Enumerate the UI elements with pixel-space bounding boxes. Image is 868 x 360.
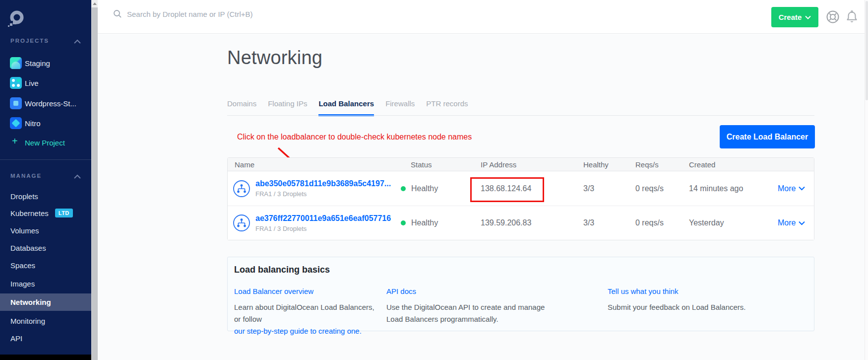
new-project-label: New Project — [25, 139, 65, 147]
healthy-status-dot — [401, 186, 406, 191]
sidebar-item-label: Kubernetes — [10, 209, 49, 217]
sidebar-item-api[interactable]: API — [0, 330, 91, 346]
sidebar-item-images[interactable]: Images — [0, 276, 91, 291]
load-balancer-table: Name Status IP Address Healthy Reqs/s Cr… — [227, 157, 814, 240]
load-balancer-icon — [233, 180, 250, 198]
annotation-text: Click on the loadbalancer to double-chec… — [237, 133, 472, 142]
column-header-ip: IP Address — [481, 160, 582, 169]
create-load-balancer-button[interactable]: Create Load Balancer — [720, 125, 815, 148]
sidebar-item-databases[interactable]: Databases — [0, 240, 91, 256]
sidebar-item-networking[interactable]: Networking — [0, 293, 91, 311]
sidebar: PROJECTS Staging Live Wordpress-St... Ni… — [0, 0, 91, 360]
help-lifebuoy-icon[interactable] — [826, 10, 840, 24]
sidebar-item-label: Databases — [10, 244, 46, 252]
tab-domains[interactable]: Domains — [227, 99, 256, 116]
sidebar-item-spaces[interactable]: Spaces — [0, 257, 91, 273]
sidebar-item-label: API — [10, 334, 22, 343]
main-content: Networking Domains Floating IPs Load Bal… — [98, 34, 868, 360]
sidebar-bottom-strip — [0, 355, 91, 360]
feedback-link[interactable]: Tell us what you think — [608, 287, 776, 295]
status-text: Healthy — [411, 184, 438, 193]
sidebar-project-wordpress[interactable]: Wordpress-St... — [0, 96, 91, 111]
sidebar-divider — [0, 159, 91, 160]
column-header-created: Created — [689, 160, 776, 169]
search-input[interactable] — [127, 10, 335, 18]
load-balancer-icon — [233, 214, 250, 232]
basics-title: Load balancing basics — [234, 265, 330, 275]
sidebar-item-label: Volumes — [10, 226, 39, 235]
topbar: Create — [98, 0, 868, 34]
tab-ptr-records[interactable]: PTR records — [426, 99, 468, 116]
sidebar-project-live[interactable]: Live — [0, 75, 91, 90]
notifications-bell-icon[interactable] — [845, 10, 859, 24]
tab-load-balancers[interactable]: Load Balancers — [318, 99, 374, 116]
nitro-project-icon — [10, 117, 22, 129]
page-title: Networking — [227, 47, 322, 69]
table-header-row: Name Status IP Address Healthy Reqs/s Cr… — [228, 158, 814, 171]
sidebar-scrollbar-thumb[interactable] — [91, 7, 98, 360]
manage-section-header: MANAGE — [10, 173, 42, 179]
table-row[interactable]: ae376ff22770011e9a651e6eaf057716 FRA1 / … — [228, 206, 814, 240]
search-icon — [113, 9, 123, 19]
sidebar-item-volumes[interactable]: Volumes — [0, 222, 91, 238]
load-balancer-meta: FRA1 / 3 Droplets — [255, 190, 391, 198]
basics-body-text: Learn about DigitalOcean Load Balancers,… — [234, 303, 374, 323]
sidebar-project-nitro[interactable]: Nitro — [0, 116, 91, 131]
more-dropdown[interactable]: More — [776, 218, 814, 227]
digitalocean-logo-icon[interactable] — [7, 9, 26, 28]
sidebar-project-staging[interactable]: Staging — [0, 56, 91, 71]
projects-section-header: PROJECTS — [10, 38, 49, 44]
api-docs-link[interactable]: API docs — [386, 287, 545, 295]
load-balancer-name-link[interactable]: ae376ff22770011e9a651e6eaf057716 — [255, 214, 391, 223]
wordpress-project-icon — [10, 97, 22, 109]
healthy-count: 3/3 — [582, 218, 634, 227]
sidebar-item-label: Droplets — [10, 192, 38, 201]
sidebar-item-label: Spaces — [10, 261, 35, 270]
plus-icon: + — [12, 136, 18, 147]
sidebar-item-label: Monitoring — [10, 317, 45, 325]
load-balancing-basics-card: Load balancing basics Load Balancer over… — [227, 257, 814, 331]
live-project-icon — [10, 77, 22, 89]
digitalocean-app: PROJECTS Staging Live Wordpress-St... Ni… — [0, 0, 868, 360]
requests-per-second: 0 reqs/s — [634, 218, 689, 227]
chevron-down-icon — [799, 186, 805, 191]
column-header-healthy: Healthy — [582, 160, 634, 169]
table-row[interactable]: abe350e05781d11e9b3689a5c4197... FRA1 / … — [228, 171, 814, 206]
tabs-bar: Domains Floating IPs Load Balancers Fire… — [227, 99, 468, 116]
healthy-status-dot — [401, 220, 406, 225]
more-dropdown[interactable]: More — [776, 184, 814, 193]
create-button-label: Create — [779, 13, 802, 21]
sidebar-item-droplets[interactable]: Droplets — [0, 188, 91, 204]
tab-floating-ips[interactable]: Floating IPs — [268, 99, 307, 116]
ltd-badge: LTD — [55, 209, 73, 217]
sidebar-item-kubernetes[interactable]: Kubernetes LTD — [0, 205, 91, 221]
created-time: Yesterday — [689, 218, 776, 227]
column-header-name: Name — [228, 160, 399, 169]
sidebar-item-label: Images — [10, 280, 35, 288]
page-scrollbar[interactable] — [865, 0, 868, 360]
basics-body-text: Use the DigitalOcean API to create and m… — [386, 301, 545, 325]
basics-body-text: Submit your feedback on Load Balancers. — [608, 301, 776, 313]
column-header-status: Status — [399, 160, 481, 169]
create-button[interactable]: Create — [771, 7, 818, 27]
project-label: Wordpress-St... — [25, 99, 76, 108]
sidebar-scrollbar[interactable] — [91, 0, 98, 360]
chevron-down-icon — [805, 15, 811, 19]
manage-collapse-chevron-icon[interactable] — [73, 174, 81, 179]
load-balancer-name-link[interactable]: abe350e05781d11e9b3689a5c4197... — [255, 179, 391, 188]
ip-address-value: 138.68.124.64 — [481, 184, 582, 193]
requests-per-second: 0 reqs/s — [634, 184, 689, 193]
step-by-step-guide-link[interactable]: our step-by-step guide to creating one. — [234, 327, 362, 335]
projects-collapse-chevron-icon[interactable] — [73, 39, 81, 44]
status-text: Healthy — [411, 218, 438, 227]
staging-project-icon — [10, 57, 22, 69]
more-label: More — [778, 184, 796, 193]
chevron-down-icon — [799, 221, 805, 225]
load-balancer-overview-link[interactable]: Load Balancer overview — [234, 287, 383, 295]
new-project-button[interactable]: + New Project — [0, 135, 91, 150]
tab-firewalls[interactable]: Firewalls — [385, 99, 415, 116]
scrollbar-up-arrow-icon[interactable] — [93, 2, 97, 5]
created-time: 14 minutes ago — [689, 184, 776, 193]
sidebar-item-monitoring[interactable]: Monitoring — [0, 313, 91, 329]
page-scrollbar-thumb[interactable] — [866, 1, 868, 100]
